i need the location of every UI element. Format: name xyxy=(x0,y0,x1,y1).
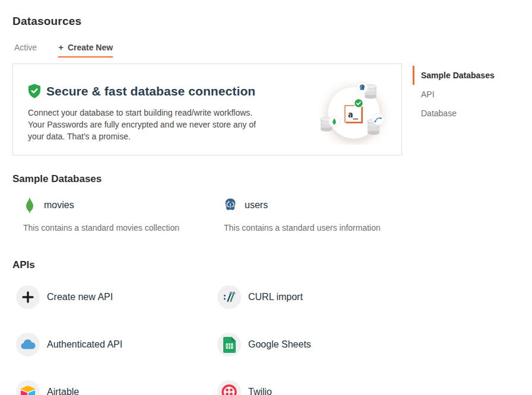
cloud-icon xyxy=(16,333,40,356)
api-label: CURL import xyxy=(248,292,303,302)
api-label: Twilio xyxy=(248,387,272,395)
sidebar-item-database[interactable]: Database xyxy=(413,104,522,123)
postgresql-badge-icon xyxy=(357,82,368,94)
postgresql-icon xyxy=(223,198,238,213)
tab-create-new[interactable]: +Create New xyxy=(58,43,113,58)
twilio-icon xyxy=(217,380,241,395)
shield-check-icon xyxy=(28,84,41,98)
anchor-nav: Sample Databases API Database xyxy=(413,66,522,123)
api-label: Authenticated API xyxy=(47,339,122,350)
api-item-twilio[interactable]: Twilio xyxy=(217,380,408,395)
plus-icon xyxy=(16,285,40,309)
api-label: Airtable xyxy=(47,387,79,395)
page-title: Datasources xyxy=(12,15,81,28)
api-label: Google Sheets xyxy=(248,339,311,350)
appsmith-icon-text: a_ xyxy=(348,110,358,120)
banner-description: Connect your database to start building … xyxy=(28,107,264,142)
plus-icon: + xyxy=(58,42,64,52)
apis-heading: APIs xyxy=(12,259,35,271)
sidebar-item-sample-databases[interactable]: Sample Databases xyxy=(413,66,522,85)
check-badge-icon xyxy=(354,99,363,108)
api-item-curl-import[interactable]: CURL import xyxy=(217,285,408,309)
tab-active[interactable]: Active xyxy=(14,43,37,58)
appsmith-icon: a_ xyxy=(345,106,363,123)
api-item-authenticated-api[interactable]: Authenticated API xyxy=(16,333,217,356)
secure-connection-banner: Secure & fast database connection Connec… xyxy=(12,63,402,155)
db-name: users xyxy=(245,200,268,211)
apis-list: Create new API CURL import Authenticated… xyxy=(16,285,408,395)
api-label: Create new API xyxy=(47,292,113,302)
db-item-movies[interactable]: movies This contains a standard movies c… xyxy=(23,196,223,232)
db-description: This contains a standard movies collecti… xyxy=(23,223,223,232)
api-item-google-sheets[interactable]: Google Sheets xyxy=(217,333,408,356)
api-item-airtable[interactable]: Airtable xyxy=(16,380,217,395)
sample-databases-list: movies This contains a standard movies c… xyxy=(23,196,424,232)
airtable-icon xyxy=(16,380,40,395)
db-item-users[interactable]: users This contains a standard users inf… xyxy=(223,196,424,232)
datasource-tabs: Active +Create New xyxy=(14,43,113,58)
banner-title: Secure & fast database connection xyxy=(46,84,255,98)
sample-databases-heading: Sample Databases xyxy=(12,173,102,185)
curl-icon xyxy=(217,285,241,309)
google-sheets-icon xyxy=(217,333,241,356)
mongodb-icon xyxy=(23,197,37,214)
db-description: This contains a standard users informati… xyxy=(224,223,424,232)
api-bezier-badge-icon xyxy=(372,113,384,125)
mongodb-badge-icon xyxy=(329,116,340,128)
db-name: movies xyxy=(44,200,74,211)
api-item-create-new-api[interactable]: Create new API xyxy=(16,285,217,309)
database-connection-illustration: a_ xyxy=(317,81,395,147)
sidebar-item-api[interactable]: API xyxy=(413,85,522,104)
